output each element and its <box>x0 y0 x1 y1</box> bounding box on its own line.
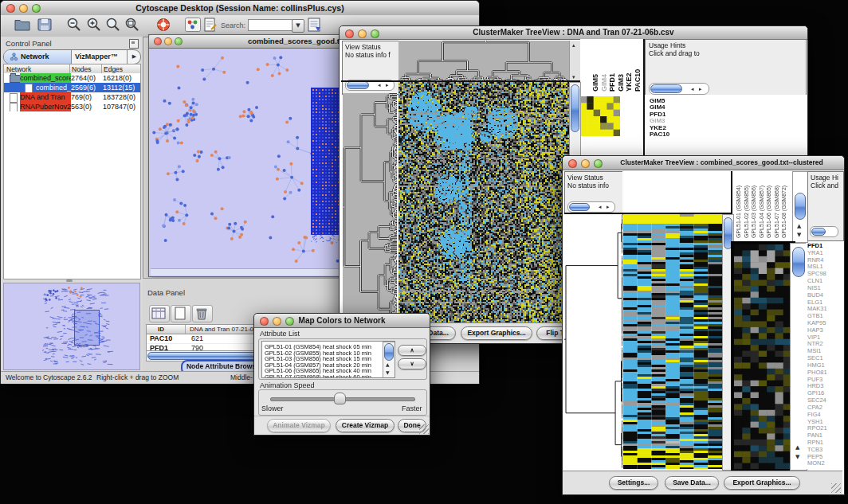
help-ring-icon[interactable] <box>155 17 173 33</box>
scrollbar-thumb[interactable] <box>792 247 805 277</box>
col-network: Network <box>6 65 31 73</box>
scroll-up-icon[interactable]: ▲ <box>797 223 801 229</box>
network-table-row[interactable]: combined_scores2764(0)16218(0) <box>4 73 140 83</box>
treeview1-titlebar[interactable]: ClusterMaker TreeView : DNA and Tran 07-… <box>340 26 807 40</box>
scroll-right-icon[interactable]: ▸ <box>699 86 702 92</box>
scroll-down-icon[interactable]: ▼ <box>797 232 801 238</box>
zoom-heatmap[interactable] <box>734 244 791 469</box>
scrollbar-thumb[interactable] <box>795 193 806 220</box>
column-labels-scrollbar[interactable]: ▲ ▼ <box>792 171 808 243</box>
tab-overflow-button[interactable]: ▶ <box>127 50 141 64</box>
clustered-heatmap[interactable] <box>398 82 569 322</box>
close-icon[interactable] <box>260 317 269 326</box>
table-icon[interactable] <box>149 305 170 322</box>
minimize-icon[interactable] <box>358 29 367 38</box>
zoom-out-icon[interactable] <box>65 17 83 33</box>
row-dendrogram[interactable] <box>564 214 622 469</box>
save-data-button[interactable]: Save Data... <box>665 476 719 490</box>
view-status-scrollbar[interactable]: ◂ ▸ <box>567 201 615 213</box>
zoom-window-icon[interactable] <box>175 37 183 45</box>
scroll-left-icon[interactable]: ◂ <box>691 86 694 92</box>
overview-viewport-rect[interactable] <box>74 310 100 346</box>
tab-vizmapper[interactable]: VizMapper™ <box>71 50 127 64</box>
animate-vizmap-button[interactable]: Animate Vizmap <box>267 419 331 432</box>
scrollbar-thumb[interactable] <box>347 81 369 89</box>
scroll-up-icon[interactable]: ▴ <box>572 42 575 49</box>
zoom-window-icon[interactable] <box>371 29 379 38</box>
col-attribute: DNA and Tran 07-21-06... <box>190 326 262 333</box>
open-icon[interactable] <box>14 17 31 33</box>
scrollbar-thumb[interactable] <box>569 203 590 211</box>
tab-network[interactable]: Network <box>4 50 72 64</box>
animation-speed-label: Animation Speed <box>260 381 315 389</box>
attribute-list-scrollbar[interactable]: ▲ ▼ <box>383 342 395 378</box>
attribute-item[interactable]: GPL51-07 (GSM868) heat shock 60 min <box>265 373 371 379</box>
scroll-right-icon[interactable]: ▸ <box>386 82 389 88</box>
main-titlebar[interactable]: Cytoscape Desktop (Session Name: collins… <box>1 1 479 16</box>
float-panel-icon[interactable] <box>129 39 139 49</box>
scrollbar-thumb[interactable] <box>384 343 394 361</box>
minimize-icon[interactable] <box>273 317 281 326</box>
scroll-down-icon[interactable]: ▾ <box>572 74 575 80</box>
zoom-window-icon[interactable] <box>594 159 603 168</box>
array-column-label: GPL51-02 (GSM855) <box>744 186 749 238</box>
dialog-titlebar[interactable]: Map Colors to Network <box>254 314 430 328</box>
scroll-down-icon[interactable]: ▼ <box>386 369 390 376</box>
row-dendrogram[interactable] <box>343 93 397 322</box>
treeview2-titlebar[interactable]: ClusterMaker TreeView : combined_scores_… <box>563 156 844 170</box>
search-input[interactable] <box>248 19 292 31</box>
network-overview-panel[interactable] <box>3 283 140 370</box>
close-icon[interactable] <box>154 37 162 45</box>
scrollbar-thumb[interactable] <box>811 228 826 236</box>
annotation-icon[interactable] <box>202 17 219 33</box>
network-list-empty-area[interactable] <box>3 111 141 279</box>
row-value: 621 <box>191 334 203 343</box>
network-table-row[interactable]: DNA and Tran 07769(0)183728(0) <box>4 92 140 102</box>
scrollbar-thumb[interactable] <box>650 84 682 93</box>
scrollbar-thumb[interactable] <box>571 84 579 132</box>
clustered-heatmap[interactable] <box>623 214 722 469</box>
zoom-window-icon[interactable] <box>32 4 41 13</box>
scroll-left-icon[interactable]: ◂ <box>599 204 602 210</box>
search-dropdown-button[interactable]: ▼ <box>292 19 304 33</box>
import-icon[interactable] <box>306 17 324 33</box>
scroll-up-icon[interactable]: ▲ <box>386 361 390 368</box>
mini-heatmap[interactable] <box>580 96 620 136</box>
usage-hints-scrollbar[interactable]: ◂ ▸ <box>649 83 709 95</box>
minimize-icon[interactable] <box>164 37 172 45</box>
zoom-window-icon[interactable] <box>285 317 294 326</box>
close-icon[interactable] <box>568 159 577 168</box>
create-vizmap-button[interactable]: Create Vizmap <box>336 419 395 432</box>
new-page-icon[interactable] <box>171 305 191 322</box>
settings-button[interactable]: Settings... <box>609 476 658 490</box>
minimize-icon[interactable] <box>581 159 590 168</box>
scroll-right-icon[interactable]: ▸ <box>607 204 610 210</box>
attribute-list[interactable]: GPL51-01 (GSM854) heat shock 05 minGPL51… <box>261 341 395 378</box>
zoom-in-icon[interactable] <box>85 17 103 33</box>
column-dendrogram[interactable] <box>398 41 569 82</box>
splitter-handle[interactable] <box>66 279 73 282</box>
resize-grip[interactable] <box>831 483 841 493</box>
close-icon[interactable] <box>345 29 354 38</box>
export-graphics-button[interactable]: Export Graphics... <box>724 476 800 490</box>
scroll-left-icon[interactable]: ◂ <box>378 82 381 88</box>
zoom-selected-icon[interactable] <box>124 17 141 33</box>
network-table-row[interactable]: RNAPuberNov2+563(0)107847(0) <box>4 102 140 111</box>
export-graphics-button[interactable]: Export Graphics... <box>461 326 532 340</box>
speed-slider-thumb[interactable] <box>334 393 346 404</box>
move-down-button[interactable]: ∨ <box>398 358 426 369</box>
network-table-row[interactable]: combined_sco2569(6)13112(15) <box>4 83 140 92</box>
scroll-down-icon[interactable]: ▼ <box>795 454 799 460</box>
row-labels-scrollbar[interactable]: ▲ ▼ <box>790 243 807 471</box>
usage-hints-scrollbar[interactable] <box>810 226 838 237</box>
close-icon[interactable] <box>6 4 15 13</box>
move-up-button[interactable]: ∧ <box>398 345 426 356</box>
scroll-up-icon[interactable]: ▲ <box>795 444 799 451</box>
vizmap-icon[interactable] <box>184 17 202 33</box>
save-icon[interactable] <box>36 17 53 33</box>
minimize-icon[interactable] <box>19 4 28 13</box>
resize-grip[interactable] <box>419 424 429 434</box>
delete-trash-icon[interactable] <box>192 305 213 322</box>
dendrogram-mini-scrollbar[interactable]: ▴ ▾ <box>569 41 580 82</box>
zoom-fit-icon[interactable] <box>104 17 122 33</box>
